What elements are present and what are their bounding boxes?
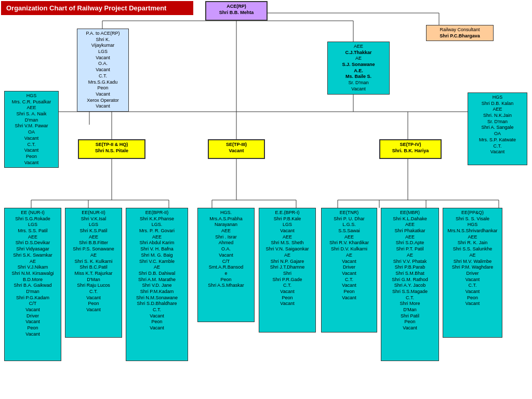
- ee-nur1-box: EE (NUR-I) Shri S.G.Rokade LGS Mrs. S.S.…: [4, 208, 61, 361]
- ee-ppq-box: EE(PP&Q) Shri S. S. Visale HGS Mrs.N.S.S…: [443, 208, 502, 338]
- ee-mbr-box: EE(MBR) Shri K.L.Dahake AEE Shri Phakatk…: [381, 208, 439, 361]
- ee-nur2-box: EE(NUR-II) Shri V.K.Isal LGS Shri K.S.Pa…: [65, 208, 122, 338]
- ee-bpr2-box: EE(BPR-II) Shri K.K.Phanse LGS. Mrs. P. …: [126, 208, 188, 361]
- ee-bpr1-box: E.E.(BPR-I) Shri P.B.Kale LGS Vacant AEE…: [259, 208, 316, 332]
- chart-title: Organization Chart of Railway Project De…: [1, 1, 193, 15]
- se-tp4-box: SE(TP-IV) Shri. B.K. Hariya: [379, 139, 442, 159]
- se-tp3-box: SE(TP-III) Vacant: [208, 139, 265, 159]
- hgs-tp3-box: HGS. Mrs.A.S.Prabha Narayanan AEE Shri .…: [197, 208, 255, 322]
- ee-tnr-box: EE(TNR) Shri P. U. Dhar L.G.S. S.S.Sawai…: [321, 208, 377, 332]
- pa-to-ace-box: P.A. to ACE(RP) Shri K. Vijaykumar LGS V…: [77, 29, 129, 112]
- hgs-left-box: HGS Mrs. C.R. Pusalkar AEE Shri S. A. Na…: [4, 91, 59, 168]
- se-tp2-box: SE(TP-II & HQ) Shri N.S. Pitale: [78, 139, 145, 159]
- ace-title: ACE(RP): [209, 4, 264, 10]
- org-chart: Organization Chart of Railway Project De…: [0, 0, 532, 399]
- aee-box: AEE C.J.Thakkar AE S.J. Sonawane A.E. Ms…: [327, 42, 390, 95]
- hgs-right-box: HGS Shri D.B. Kalan AEE Shri. N.K.Jain S…: [468, 92, 527, 165]
- railway-consultant-box: Railway Consultant Shri P.C.Bhargava: [426, 25, 494, 41]
- ace-name: Shri B.B. Mehta: [209, 10, 264, 16]
- ace-box: ACE(RP) Shri B.B. Mehta: [205, 1, 268, 21]
